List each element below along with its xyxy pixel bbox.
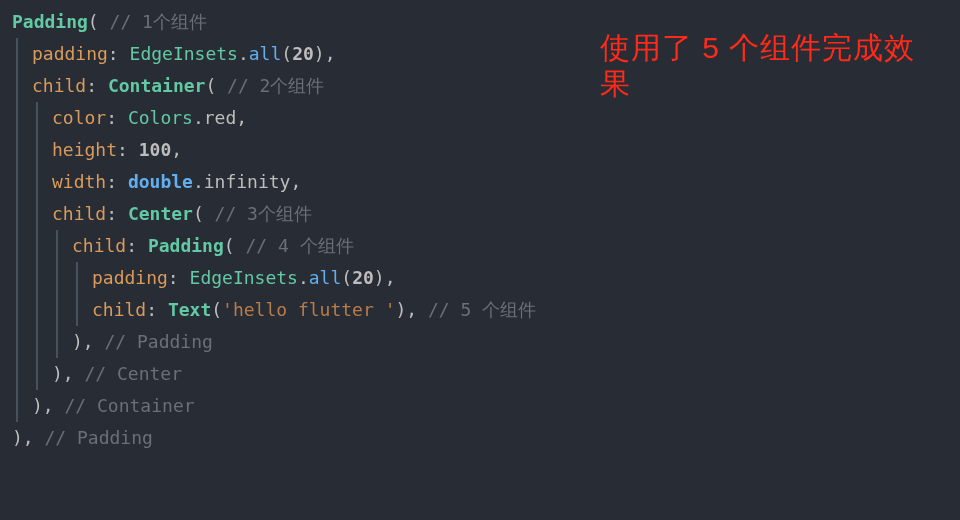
code-token: // 4 个组件	[245, 235, 353, 256]
code-line: child: Padding( // 4 个组件	[12, 230, 960, 262]
code-token: Center	[128, 203, 193, 224]
code-token: infinity	[204, 171, 291, 192]
code-token: all	[309, 267, 342, 288]
code-token: (	[341, 267, 352, 288]
code-token: Colors	[128, 107, 193, 128]
code-line: ), // Center	[12, 358, 960, 390]
code-token: padding	[92, 267, 168, 288]
code-token: EdgeInsets	[130, 43, 238, 64]
code-token: child	[32, 75, 86, 96]
code-token: (	[88, 11, 110, 32]
code-token: // Padding	[45, 427, 153, 448]
code-token: :	[117, 139, 139, 160]
code-token: (	[281, 43, 292, 64]
code-token: :	[106, 171, 128, 192]
code-token: :	[86, 75, 108, 96]
code-token: 20	[292, 43, 314, 64]
code-line: padding: EdgeInsets.all(20),	[12, 262, 960, 294]
code-token: EdgeInsets	[190, 267, 298, 288]
code-token: :	[126, 235, 148, 256]
code-token: padding	[32, 43, 108, 64]
code-token: (	[193, 203, 215, 224]
code-line: ), // Padding	[12, 326, 960, 358]
code-token: // Padding	[105, 331, 213, 352]
code-token: child	[92, 299, 146, 320]
code-token: ,	[236, 107, 247, 128]
code-token: .	[298, 267, 309, 288]
code-token: Padding	[148, 235, 224, 256]
code-token: // Center	[85, 363, 183, 384]
code-line: child: Center( // 3个组件	[12, 198, 960, 230]
code-token: ),	[72, 331, 105, 352]
code-token: :	[108, 43, 130, 64]
code-token: Text	[168, 299, 211, 320]
code-token: height	[52, 139, 117, 160]
code-line: width: double.infinity,	[12, 166, 960, 198]
code-token: :	[106, 203, 128, 224]
code-token: // 3个组件	[215, 203, 312, 224]
code-token: all	[249, 43, 282, 64]
code-token: ),	[52, 363, 85, 384]
code-token: ),	[314, 43, 336, 64]
code-token: ),	[395, 299, 428, 320]
code-line: height: 100,	[12, 134, 960, 166]
code-token: ,	[290, 171, 301, 192]
code-token: // Container	[65, 395, 195, 416]
code-token: 20	[352, 267, 374, 288]
code-token: (	[211, 299, 222, 320]
code-token: 100	[139, 139, 172, 160]
code-line: ), // Container	[12, 390, 960, 422]
code-token: ),	[12, 427, 45, 448]
code-token: // 1个组件	[110, 11, 207, 32]
code-token: :	[168, 267, 190, 288]
code-token: child	[52, 203, 106, 224]
code-token: red	[204, 107, 237, 128]
code-token: .	[238, 43, 249, 64]
code-token: :	[146, 299, 168, 320]
code-token: Container	[108, 75, 206, 96]
code-token: ),	[32, 395, 65, 416]
code-token: // 5 个组件	[428, 299, 536, 320]
code-token: child	[72, 235, 126, 256]
code-token: double	[128, 171, 193, 192]
code-token: Padding	[12, 11, 88, 32]
code-line: child: Text('hello flutter '), // 5 个组件	[12, 294, 960, 326]
annotation-text: 使用了 5 个组件完成效果	[600, 30, 920, 102]
code-line: color: Colors.red,	[12, 102, 960, 134]
code-token: .	[193, 171, 204, 192]
code-token: (	[205, 75, 227, 96]
code-token: color	[52, 107, 106, 128]
code-token: (	[224, 235, 246, 256]
code-token: .	[193, 107, 204, 128]
code-token: 'hello flutter '	[222, 299, 395, 320]
code-token: :	[106, 107, 128, 128]
code-line: ), // Padding	[12, 422, 960, 454]
code-token: ,	[171, 139, 182, 160]
code-token: // 2个组件	[227, 75, 324, 96]
code-token: width	[52, 171, 106, 192]
code-token: ),	[374, 267, 396, 288]
